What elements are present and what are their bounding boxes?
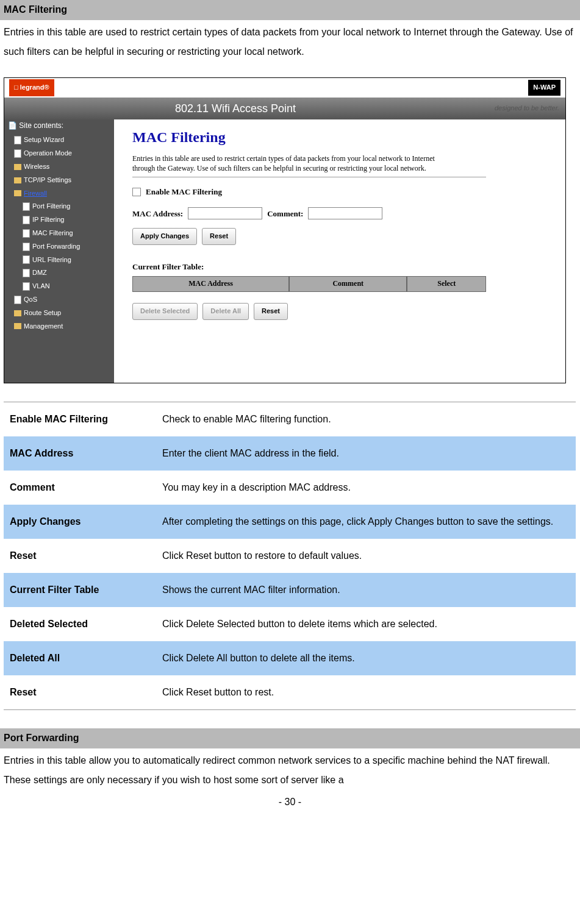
legrand-logo: □ legrand® <box>9 79 54 96</box>
delete-selected-button[interactable]: Delete Selected <box>132 303 198 320</box>
apply-button[interactable]: Apply Changes <box>132 228 197 245</box>
divider <box>132 177 486 177</box>
comment-label: Comment: <box>267 207 303 221</box>
folder-icon <box>14 310 21 316</box>
sidebar-item-url-filtering[interactable]: URL Filtering <box>8 254 110 267</box>
sidebar-item-tcpip[interactable]: TCP/IP Settings <box>8 174 110 187</box>
tagline: designed to be better. <box>495 102 565 115</box>
main-panel: MAC Filtering Entries in this table are … <box>114 78 565 383</box>
page-number: - 30 - <box>0 790 580 815</box>
page-title: MAC Filtering <box>132 124 547 151</box>
enable-checkbox[interactable] <box>132 188 141 196</box>
param-desc: Enter the client MAC address in the fiel… <box>156 436 576 471</box>
doc-icon <box>23 216 30 224</box>
filter-table-header: MAC Address Comment Select <box>132 276 486 292</box>
param-label: Deleted Selected <box>4 607 156 641</box>
folder-icon <box>14 164 21 170</box>
sidebar-item-vlan[interactable]: VLAN <box>8 280 110 293</box>
param-desc: Click Reset button to rest. <box>156 675 576 710</box>
reset-button[interactable]: Reset <box>202 228 236 245</box>
param-label: Reset <box>4 539 156 573</box>
doc-icon <box>23 202 30 211</box>
section-header-mac-filtering: MAC Filtering <box>0 0 580 20</box>
sidebar-item-management[interactable]: Management <box>8 320 110 333</box>
doc-icon <box>23 269 30 277</box>
doc-icon <box>23 229 30 238</box>
doc-icon <box>14 149 21 158</box>
param-desc: Shows the current MAC filter information… <box>156 573 576 607</box>
intro-text-port-forwarding: Entries in this table allow you to autom… <box>0 748 580 790</box>
enable-label: Enable MAC Filtering <box>146 185 222 199</box>
sidebar-item-qos[interactable]: QoS <box>8 293 110 307</box>
sidebar-item-dmz[interactable]: DMZ <box>8 266 110 280</box>
param-label: Comment <box>4 471 156 505</box>
th-comment: Comment <box>289 276 407 292</box>
param-label: Deleted All <box>4 641 156 675</box>
folder-icon <box>14 177 21 183</box>
table-button-row: Delete Selected Delete All Reset <box>132 299 547 324</box>
sidebar-item-wireless[interactable]: Wireless <box>8 160 110 174</box>
param-label: Reset <box>4 675 156 710</box>
param-label: Enable MAC Filtering <box>4 402 156 436</box>
sidebar-item-firewall[interactable]: Firewall <box>8 187 110 201</box>
section-header-port-forwarding: Port Forwarding <box>0 728 580 748</box>
banner-title: 802.11 Wifi Access Point <box>175 99 296 118</box>
mac-row: MAC Address: Comment: <box>132 203 547 224</box>
sidebar-item-setup-wizard[interactable]: Setup Wizard <box>8 133 110 147</box>
sidebar-item-ip-filtering[interactable]: IP Filtering <box>8 213 110 227</box>
embedded-screenshot: □ legrand® N-WAP 802.11 Wifi Access Poin… <box>4 77 566 383</box>
reset-table-button[interactable]: Reset <box>254 303 288 320</box>
folder-icon <box>14 190 21 196</box>
sidebar-item-mac-filtering[interactable]: MAC Filtering <box>8 227 110 240</box>
enable-row: Enable MAC Filtering <box>132 181 547 202</box>
button-row: Apply Changes Reset <box>132 224 547 249</box>
intro-text: Entries in this table are used to restri… <box>0 20 580 74</box>
delete-all-button[interactable]: Delete All <box>202 303 249 320</box>
doc-icon <box>14 296 21 304</box>
param-desc: After completing the settings on this pa… <box>156 505 576 539</box>
page-description: Entries in this table are used to restri… <box>132 154 456 173</box>
sidebar: 📄 Site contents: Setup Wizard Operation … <box>4 78 114 383</box>
th-select: Select <box>407 276 486 292</box>
param-desc: Click Delete All button to delete all th… <box>156 641 576 675</box>
doc-icon <box>23 243 30 251</box>
param-label: Apply Changes <box>4 505 156 539</box>
mac-label: MAC Address: <box>132 207 183 221</box>
banner: 802.11 Wifi Access Point designed to be … <box>4 98 565 119</box>
sidebar-title: 📄 Site contents: <box>8 119 110 133</box>
param-desc: Check to enable MAC filtering function. <box>156 402 576 436</box>
folder-icon <box>14 323 21 329</box>
sidebar-item-port-forwarding[interactable]: Port Forwarding <box>8 240 110 254</box>
param-label: MAC Address <box>4 436 156 471</box>
th-mac: MAC Address <box>132 276 289 292</box>
param-desc: Click Delete Selected button to delete i… <box>156 607 576 641</box>
param-desc: Click Reset button to restore to default… <box>156 539 576 573</box>
doc-icon <box>14 136 21 144</box>
comment-input[interactable] <box>308 207 382 219</box>
sidebar-item-route-setup[interactable]: Route Setup <box>8 307 110 320</box>
sidebar-item-port-filtering[interactable]: Port Filtering <box>8 200 110 213</box>
parameter-table: Enable MAC FilteringCheck to enable MAC … <box>4 402 576 710</box>
doc-icon <box>23 255 30 264</box>
sidebar-item-operation-mode[interactable]: Operation Mode <box>8 147 110 160</box>
logo-bar: □ legrand® N-WAP <box>4 78 565 98</box>
mac-input[interactable] <box>188 207 262 219</box>
param-desc: You may key in a description MAC address… <box>156 471 576 505</box>
doc-icon <box>23 282 30 291</box>
param-label: Current Filter Table <box>4 573 156 607</box>
nwap-badge: N-WAP <box>528 80 560 96</box>
filter-table-title: Current Filter Table: <box>132 260 547 274</box>
